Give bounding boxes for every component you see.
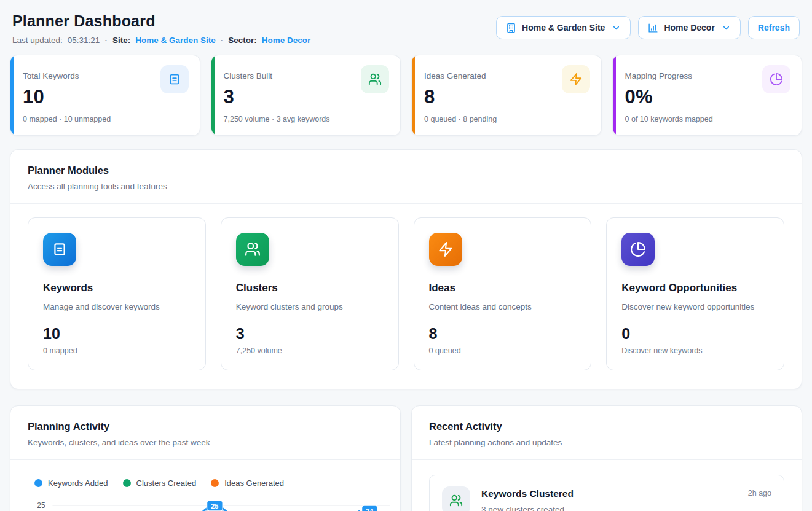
activity-item-keywords-clustered: Keywords Clustered 3 new clusters create… [429,475,784,511]
activity-item-description: 3 new clusters created [481,505,574,511]
bolt-icon [429,233,462,266]
activity-item-texts: Keywords Clustered 3 new clusters create… [481,486,574,511]
y-axis-tick: 25 [37,501,45,510]
module-description: Discover new keyword opportunities [621,302,769,311]
sector-selector-label: Home Decor [664,23,714,33]
legend-dot [34,479,42,487]
last-updated-label: Last updated: [12,36,63,45]
module-description: Manage and discover keywords [43,302,191,311]
recent-activity-panel: Recent Activity Latest planning actions … [411,405,802,511]
meta-separator: · [104,36,108,45]
legend-label: Keywords Added [48,478,108,488]
module-title: Clusters [236,282,384,294]
site-selector-label: Home & Garden Site [522,23,605,33]
module-substat: Discover new keywords [621,346,769,355]
recent-activity-title: Recent Activity [429,421,784,432]
refresh-button[interactable]: Refresh [748,16,800,39]
module-substat: 0 queued [429,346,577,355]
bottom-row: Planning Activity Keywords, clusters, an… [10,405,802,511]
module-stat: 0 [621,325,769,343]
bar-chart-icon [648,23,658,33]
recent-activity-subtitle: Latest planning actions and updates [429,438,784,447]
accent-bar [211,55,215,135]
planning-activity-panel: Planning Activity Keywords, clusters, an… [10,405,401,511]
last-updated-value: 05:31:21 [68,36,100,45]
stat-card-clusters-built: Clusters Built 3 7,250 volume · 3 avg ke… [211,55,401,136]
header-meta: Last updated: 05:31:21 · Site: Home & Ga… [12,36,310,45]
module-stat: 3 [236,325,384,343]
accent-bar [412,55,415,135]
svg-text:25: 25 [211,502,218,510]
module-card-ideas[interactable]: Ideas Content ideas and concepts 8 0 que… [414,217,592,370]
activity-item-time: 2h ago [748,489,771,497]
planner-modules-panel: Planner Modules Access all planning tool… [10,149,802,389]
module-stat: 8 [429,325,577,343]
header-titles: Planner Dashboard Last updated: 05:31:21… [12,12,310,45]
users-icon [361,65,389,93]
planning-activity-subtitle: Keywords, clusters, and ideas over the p… [28,438,383,447]
stat-card-total-keywords: Total Keywords 10 0 mapped · 10 unmapped [10,55,200,136]
bolt-icon [562,65,590,93]
users-icon [442,486,470,511]
module-card-clusters[interactable]: Clusters Keyword clusters and groups 3 7… [221,217,399,370]
legend-item-ideas-generated[interactable]: Ideas Generated [211,478,284,488]
stat-card-ideas-generated: Ideas Generated 8 0 queued · 8 pending [411,55,602,136]
pie-chart-icon [762,65,790,93]
stat-card-mapping-progress: Mapping Progress 0% 0 of 10 keywords map… [612,55,803,136]
legend-label: Ideas Generated [224,478,284,488]
stat-subtext: 0 of 10 keywords mapped [625,115,790,123]
stat-subtext: 0 mapped · 10 unmapped [23,115,187,123]
legend-item-keywords-added[interactable]: Keywords Added [34,478,108,488]
site-selector-dropdown[interactable]: Home & Garden Site [496,16,631,39]
recent-activity-list: Keywords Clustered 3 new clusters create… [412,460,802,511]
building-icon [506,23,516,33]
site-link[interactable]: Home & Garden Site [135,36,216,45]
module-title: Keyword Opportunities [621,282,769,294]
stats-row: Total Keywords 10 0 mapped · 10 unmapped… [10,55,802,136]
module-stat: 10 [43,325,191,343]
module-title: Ideas [429,282,577,294]
svg-text:24: 24 [366,507,374,511]
header-controls: Home & Garden Site Home Decor Refresh [496,16,800,39]
legend-item-clusters-created[interactable]: Clusters Created [123,478,197,488]
chevron-down-icon [612,23,621,33]
page-header: Planner Dashboard Last updated: 05:31:21… [10,12,802,45]
modules-panel-header: Planner Modules Access all planning tool… [10,150,802,203]
chevron-down-icon [722,23,731,33]
planner-dashboard-page: Planner Dashboard Last updated: 05:31:21… [0,0,812,511]
accent-bar [10,55,14,135]
module-description: Content ideas and concepts [429,302,577,311]
recent-activity-header: Recent Activity Latest planning actions … [412,406,802,459]
legend-label: Clusters Created [136,478,197,488]
modules-panel-title: Planner Modules [28,165,784,176]
sector-label: Sector: [228,36,257,45]
module-card-keyword-opportunities[interactable]: Keyword Opportunities Discover new keywo… [606,217,784,370]
module-card-keywords[interactable]: Keywords Manage and discover keywords 10… [28,217,206,370]
module-substat: 7,250 volume [236,346,384,355]
sector-selector-dropdown[interactable]: Home Decor [638,16,740,39]
sector-link[interactable]: Home Decor [262,36,311,45]
activity-item-title: Keywords Clustered [481,488,574,499]
modules-panel-subtitle: Access all planning tools and features [28,182,784,191]
pie-chart-icon [621,233,655,266]
module-substat: 0 mapped [43,346,191,355]
document-icon [43,233,76,266]
legend-dot [123,479,131,487]
users-icon [236,233,269,266]
legend-dot [211,479,219,487]
stat-subtext: 0 queued · 8 pending [424,115,589,123]
stat-subtext: 7,250 volume · 3 avg keywords [224,115,388,123]
data-label-24: 24 [361,505,377,511]
planning-activity-chart: 25 25 24 [10,494,400,511]
accent-bar [613,55,616,135]
data-label-25: 25 [207,501,223,511]
page-title: Planner Dashboard [12,12,310,30]
planning-activity-header: Planning Activity Keywords, clusters, an… [10,406,400,459]
module-title: Keywords [43,282,191,294]
site-label: Site: [112,36,130,45]
modules-grid: Keywords Manage and discover keywords 10… [10,204,802,389]
chart-legend: Keywords Added Clusters Created Ideas Ge… [10,478,308,488]
module-description: Keyword clusters and groups [236,302,384,311]
planning-activity-title: Planning Activity [28,421,383,432]
meta-separator: · [221,36,224,45]
